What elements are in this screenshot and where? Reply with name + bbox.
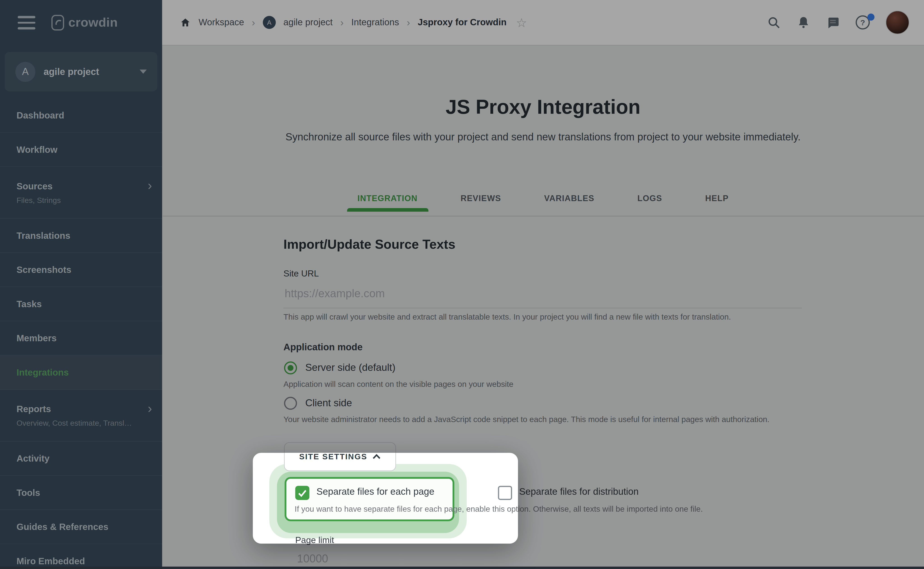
- checkbox-separate-files-each-page[interactable]: [295, 486, 310, 500]
- spotlight-card-clip: SITE SETTINGS Separate files for each pa…: [253, 453, 518, 543]
- site-settings-toggle-button[interactable]: SITE SETTINGS: [284, 453, 396, 471]
- each-page-help: If you want to have separate files for e…: [294, 505, 518, 513]
- checkbox-separate-files-distribution[interactable]: [498, 486, 512, 500]
- site-settings-button-label: SITE SETTINGS: [299, 453, 367, 461]
- checkmark-icon: [296, 487, 308, 499]
- tour-spotlight-card: SITE SETTINGS Separate files for each pa…: [253, 453, 518, 543]
- spotlight-card-content: SITE SETTINGS Separate files for each pa…: [253, 453, 518, 543]
- app-window: Workspace › A agile project › Integratio…: [0, 0, 924, 569]
- page-limit-label: Page limit: [295, 535, 334, 543]
- screenshot-root: Workspace › A agile project › Integratio…: [0, 0, 924, 569]
- checkbox-each-page-label[interactable]: Separate files for each page: [317, 486, 434, 497]
- site-settings-section-highlighted: SITE SETTINGS Separate files for each pa…: [253, 453, 518, 543]
- chevron-up-icon: [373, 454, 381, 459]
- spotlight-highlight-box: [285, 477, 454, 521]
